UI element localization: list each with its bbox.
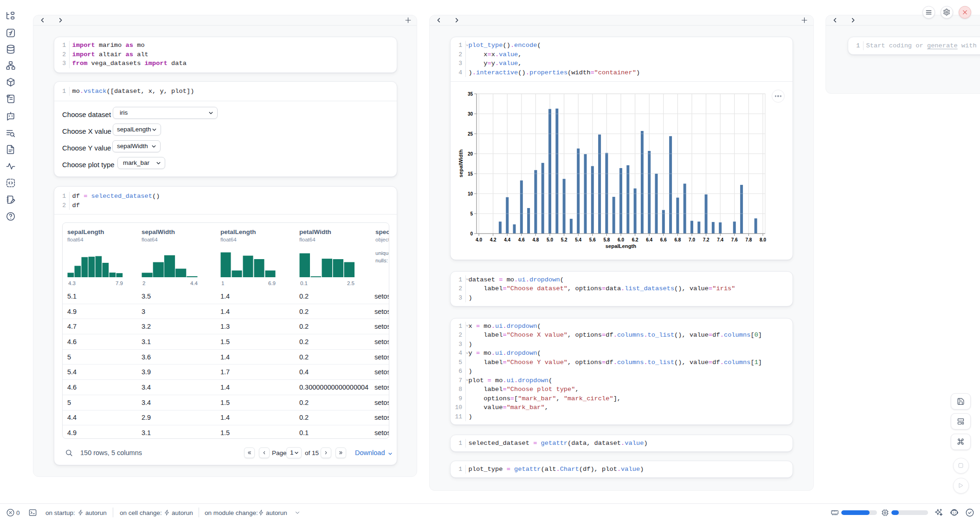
svg-text:20: 20	[468, 151, 473, 156]
svg-text:7.8: 7.8	[745, 237, 752, 242]
svg-text:7.6: 7.6	[731, 237, 738, 242]
svg-text:30: 30	[468, 111, 473, 117]
svg-text:0: 0	[470, 231, 473, 236]
svg-text:5.4: 5.4	[575, 237, 581, 242]
svg-text:4.0: 4.0	[476, 237, 482, 242]
svg-text:8.0: 8.0	[760, 237, 766, 242]
svg-text:4.8: 4.8	[532, 237, 539, 242]
svg-text:4.2: 4.2	[490, 237, 496, 242]
svg-text:7.0: 7.0	[689, 237, 695, 242]
svg-text:6.2: 6.2	[632, 237, 638, 242]
svg-text:35: 35	[468, 91, 473, 97]
svg-text:6.0: 6.0	[618, 237, 624, 242]
svg-text:25: 25	[468, 131, 473, 137]
svg-text:5.0: 5.0	[547, 237, 553, 242]
svg-text:15: 15	[468, 171, 473, 176]
svg-text:6.4: 6.4	[646, 237, 652, 242]
svg-text:10: 10	[468, 191, 473, 196]
svg-text:5.6: 5.6	[589, 237, 596, 242]
svg-text:6.6: 6.6	[660, 237, 667, 242]
svg-text:sepalWidth: sepalWidth	[458, 150, 464, 177]
svg-text:5.2: 5.2	[561, 237, 567, 242]
svg-text:sepalLength: sepalLength	[606, 243, 637, 249]
svg-text:6.8: 6.8	[674, 237, 681, 242]
svg-text:7.4: 7.4	[717, 237, 723, 242]
svg-text:7.2: 7.2	[703, 237, 709, 242]
svg-text:5: 5	[470, 211, 473, 216]
svg-text:4.4: 4.4	[504, 237, 510, 242]
svg-text:4.6: 4.6	[518, 237, 525, 242]
svg-text:5.8: 5.8	[603, 237, 610, 242]
